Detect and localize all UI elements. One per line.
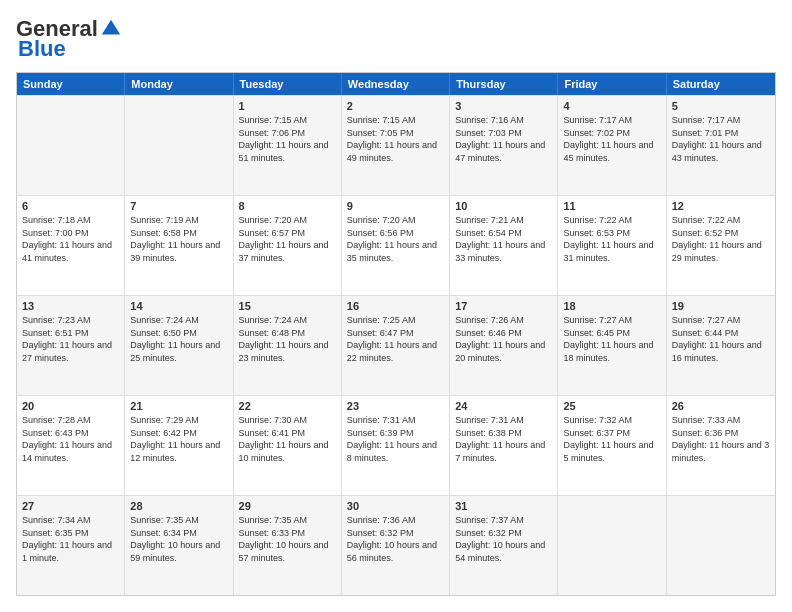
day-number: 26 — [672, 400, 770, 412]
calendar-cell: 11Sunrise: 7:22 AM Sunset: 6:53 PM Dayli… — [558, 196, 666, 295]
calendar-cell: 4Sunrise: 7:17 AM Sunset: 7:02 PM Daylig… — [558, 96, 666, 195]
cell-detail: Sunrise: 7:25 AM Sunset: 6:47 PM Dayligh… — [347, 314, 444, 364]
day-number: 24 — [455, 400, 552, 412]
cell-detail: Sunrise: 7:19 AM Sunset: 6:58 PM Dayligh… — [130, 214, 227, 264]
calendar-cell: 22Sunrise: 7:30 AM Sunset: 6:41 PM Dayli… — [234, 396, 342, 495]
logo-blue-text: Blue — [18, 36, 66, 62]
calendar-cell: 24Sunrise: 7:31 AM Sunset: 6:38 PM Dayli… — [450, 396, 558, 495]
calendar-cell: 14Sunrise: 7:24 AM Sunset: 6:50 PM Dayli… — [125, 296, 233, 395]
calendar-cell: 3Sunrise: 7:16 AM Sunset: 7:03 PM Daylig… — [450, 96, 558, 195]
day-number: 1 — [239, 100, 336, 112]
cell-detail: Sunrise: 7:27 AM Sunset: 6:44 PM Dayligh… — [672, 314, 770, 364]
page: General Blue SundayMondayTuesdayWednesda… — [0, 0, 792, 612]
day-number: 7 — [130, 200, 227, 212]
cell-detail: Sunrise: 7:22 AM Sunset: 6:53 PM Dayligh… — [563, 214, 660, 264]
weekday-header-monday: Monday — [125, 73, 233, 95]
cell-detail: Sunrise: 7:28 AM Sunset: 6:43 PM Dayligh… — [22, 414, 119, 464]
calendar-cell — [125, 96, 233, 195]
day-number: 10 — [455, 200, 552, 212]
calendar-cell: 7Sunrise: 7:19 AM Sunset: 6:58 PM Daylig… — [125, 196, 233, 295]
weekday-header-wednesday: Wednesday — [342, 73, 450, 95]
calendar-cell: 15Sunrise: 7:24 AM Sunset: 6:48 PM Dayli… — [234, 296, 342, 395]
calendar-cell: 20Sunrise: 7:28 AM Sunset: 6:43 PM Dayli… — [17, 396, 125, 495]
cell-detail: Sunrise: 7:20 AM Sunset: 6:56 PM Dayligh… — [347, 214, 444, 264]
cell-detail: Sunrise: 7:15 AM Sunset: 7:05 PM Dayligh… — [347, 114, 444, 164]
calendar-body: 1Sunrise: 7:15 AM Sunset: 7:06 PM Daylig… — [17, 95, 775, 595]
day-number: 31 — [455, 500, 552, 512]
cell-detail: Sunrise: 7:18 AM Sunset: 7:00 PM Dayligh… — [22, 214, 119, 264]
calendar-cell: 26Sunrise: 7:33 AM Sunset: 6:36 PM Dayli… — [667, 396, 775, 495]
cell-detail: Sunrise: 7:23 AM Sunset: 6:51 PM Dayligh… — [22, 314, 119, 364]
cell-detail: Sunrise: 7:20 AM Sunset: 6:57 PM Dayligh… — [239, 214, 336, 264]
day-number: 21 — [130, 400, 227, 412]
day-number: 13 — [22, 300, 119, 312]
calendar-cell: 10Sunrise: 7:21 AM Sunset: 6:54 PM Dayli… — [450, 196, 558, 295]
day-number: 3 — [455, 100, 552, 112]
day-number: 2 — [347, 100, 444, 112]
calendar-cell: 9Sunrise: 7:20 AM Sunset: 6:56 PM Daylig… — [342, 196, 450, 295]
cell-detail: Sunrise: 7:30 AM Sunset: 6:41 PM Dayligh… — [239, 414, 336, 464]
calendar-cell: 13Sunrise: 7:23 AM Sunset: 6:51 PM Dayli… — [17, 296, 125, 395]
calendar-row: 1Sunrise: 7:15 AM Sunset: 7:06 PM Daylig… — [17, 95, 775, 195]
header: General Blue — [16, 16, 776, 62]
cell-detail: Sunrise: 7:17 AM Sunset: 7:02 PM Dayligh… — [563, 114, 660, 164]
day-number: 11 — [563, 200, 660, 212]
calendar-cell: 21Sunrise: 7:29 AM Sunset: 6:42 PM Dayli… — [125, 396, 233, 495]
calendar-cell: 27Sunrise: 7:34 AM Sunset: 6:35 PM Dayli… — [17, 496, 125, 595]
calendar: SundayMondayTuesdayWednesdayThursdayFrid… — [16, 72, 776, 596]
calendar-cell — [558, 496, 666, 595]
calendar-cell: 31Sunrise: 7:37 AM Sunset: 6:32 PM Dayli… — [450, 496, 558, 595]
day-number: 19 — [672, 300, 770, 312]
calendar-cell: 23Sunrise: 7:31 AM Sunset: 6:39 PM Dayli… — [342, 396, 450, 495]
cell-detail: Sunrise: 7:33 AM Sunset: 6:36 PM Dayligh… — [672, 414, 770, 464]
day-number: 20 — [22, 400, 119, 412]
day-number: 29 — [239, 500, 336, 512]
weekday-header-sunday: Sunday — [17, 73, 125, 95]
calendar-cell: 16Sunrise: 7:25 AM Sunset: 6:47 PM Dayli… — [342, 296, 450, 395]
cell-detail: Sunrise: 7:37 AM Sunset: 6:32 PM Dayligh… — [455, 514, 552, 564]
cell-detail: Sunrise: 7:15 AM Sunset: 7:06 PM Dayligh… — [239, 114, 336, 164]
weekday-header-saturday: Saturday — [667, 73, 775, 95]
cell-detail: Sunrise: 7:29 AM Sunset: 6:42 PM Dayligh… — [130, 414, 227, 464]
calendar-cell: 17Sunrise: 7:26 AM Sunset: 6:46 PM Dayli… — [450, 296, 558, 395]
cell-detail: Sunrise: 7:24 AM Sunset: 6:50 PM Dayligh… — [130, 314, 227, 364]
calendar-cell: 29Sunrise: 7:35 AM Sunset: 6:33 PM Dayli… — [234, 496, 342, 595]
day-number: 9 — [347, 200, 444, 212]
calendar-cell: 12Sunrise: 7:22 AM Sunset: 6:52 PM Dayli… — [667, 196, 775, 295]
weekday-header-friday: Friday — [558, 73, 666, 95]
cell-detail: Sunrise: 7:27 AM Sunset: 6:45 PM Dayligh… — [563, 314, 660, 364]
cell-detail: Sunrise: 7:17 AM Sunset: 7:01 PM Dayligh… — [672, 114, 770, 164]
calendar-row: 6Sunrise: 7:18 AM Sunset: 7:00 PM Daylig… — [17, 195, 775, 295]
cell-detail: Sunrise: 7:21 AM Sunset: 6:54 PM Dayligh… — [455, 214, 552, 264]
day-number: 5 — [672, 100, 770, 112]
day-number: 18 — [563, 300, 660, 312]
calendar-cell: 30Sunrise: 7:36 AM Sunset: 6:32 PM Dayli… — [342, 496, 450, 595]
calendar-cell: 28Sunrise: 7:35 AM Sunset: 6:34 PM Dayli… — [125, 496, 233, 595]
calendar-cell: 18Sunrise: 7:27 AM Sunset: 6:45 PM Dayli… — [558, 296, 666, 395]
day-number: 8 — [239, 200, 336, 212]
day-number: 25 — [563, 400, 660, 412]
day-number: 14 — [130, 300, 227, 312]
calendar-cell: 8Sunrise: 7:20 AM Sunset: 6:57 PM Daylig… — [234, 196, 342, 295]
day-number: 27 — [22, 500, 119, 512]
day-number: 6 — [22, 200, 119, 212]
calendar-cell: 6Sunrise: 7:18 AM Sunset: 7:00 PM Daylig… — [17, 196, 125, 295]
day-number: 15 — [239, 300, 336, 312]
day-number: 22 — [239, 400, 336, 412]
logo-icon — [100, 18, 122, 40]
calendar-cell — [667, 496, 775, 595]
cell-detail: Sunrise: 7:22 AM Sunset: 6:52 PM Dayligh… — [672, 214, 770, 264]
cell-detail: Sunrise: 7:31 AM Sunset: 6:38 PM Dayligh… — [455, 414, 552, 464]
calendar-cell: 1Sunrise: 7:15 AM Sunset: 7:06 PM Daylig… — [234, 96, 342, 195]
day-number: 28 — [130, 500, 227, 512]
calendar-cell: 25Sunrise: 7:32 AM Sunset: 6:37 PM Dayli… — [558, 396, 666, 495]
cell-detail: Sunrise: 7:26 AM Sunset: 6:46 PM Dayligh… — [455, 314, 552, 364]
svg-marker-0 — [102, 20, 120, 35]
calendar-row: 27Sunrise: 7:34 AM Sunset: 6:35 PM Dayli… — [17, 495, 775, 595]
calendar-row: 13Sunrise: 7:23 AM Sunset: 6:51 PM Dayli… — [17, 295, 775, 395]
day-number: 23 — [347, 400, 444, 412]
cell-detail: Sunrise: 7:32 AM Sunset: 6:37 PM Dayligh… — [563, 414, 660, 464]
cell-detail: Sunrise: 7:36 AM Sunset: 6:32 PM Dayligh… — [347, 514, 444, 564]
day-number: 17 — [455, 300, 552, 312]
day-number: 30 — [347, 500, 444, 512]
